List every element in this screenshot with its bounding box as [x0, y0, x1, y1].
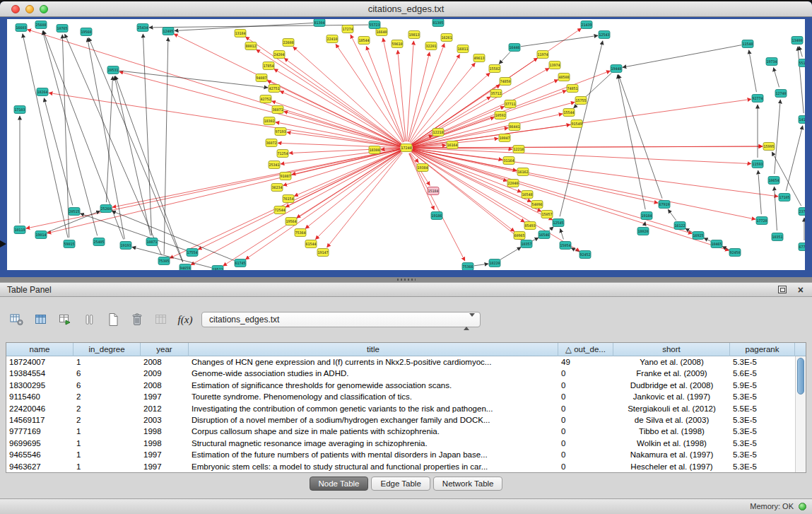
graph-node[interactable]: 10592	[495, 112, 506, 119]
float-panel-icon[interactable]	[778, 286, 787, 293]
graph-node[interactable]: 60965	[514, 232, 525, 240]
graph-node[interactable]: 17103	[14, 106, 25, 114]
graph-node[interactable]: 92774	[752, 95, 763, 103]
graph-node[interactable]: 14154	[799, 116, 805, 124]
graph-node[interactable]: 16603	[16, 24, 27, 32]
graph-node[interactable]: 25341	[269, 161, 280, 169]
graph-node[interactable]: 13974	[549, 62, 560, 69]
graph-node[interactable]: 59610	[392, 40, 403, 48]
graph-node[interactable]: 15582	[489, 65, 500, 73]
graph-node[interactable]: 15184	[428, 187, 439, 195]
graph-node[interactable]: 12405	[163, 28, 174, 35]
graph-node[interactable]: 25405	[93, 238, 105, 246]
graph-node[interactable]: 81304	[314, 19, 325, 27]
tab-network-table[interactable]: Network Table	[433, 477, 503, 491]
graph-node[interactable]: 12216	[513, 146, 524, 153]
graph-node[interactable]: 55104	[799, 59, 805, 67]
graph-node[interactable]: 85493	[524, 222, 536, 230]
graph-node[interactable]: 10119	[14, 226, 25, 234]
window-titlebar[interactable]: citations_edges.txt	[0, 1, 812, 17]
delete-icon[interactable]	[127, 310, 147, 329]
vertical-scrollbar[interactable]	[795, 356, 806, 472]
graph-node[interactable]: 10871	[146, 238, 158, 246]
column-header-short[interactable]: short	[613, 343, 730, 356]
graph-node[interactable]: 49613	[473, 54, 485, 62]
graph-node[interactable]: 17720	[756, 217, 767, 225]
column-header-name[interactable]: name	[6, 343, 73, 356]
graph-node[interactable]: 16164	[447, 141, 458, 149]
column-header-outde[interactable]: △ out_de...	[558, 343, 613, 356]
graph-node[interactable]: 94659	[180, 264, 191, 271]
graph-node[interactable]: 42752	[260, 95, 271, 103]
graph-node[interactable]: 75364	[295, 229, 306, 237]
graph-node[interactable]: 15054	[560, 242, 571, 250]
table-row[interactable]: 969969511998Structural magnetic resonanc…	[6, 438, 795, 449]
graph-node[interactable]: 15544	[563, 109, 575, 117]
table-row[interactable]: 1938455462009Genome-wide association stu…	[6, 368, 795, 379]
graph-node[interactable]: 42751	[269, 85, 280, 93]
graph-node[interactable]: 86441	[509, 123, 520, 131]
graph-node[interactable]: 67754	[799, 243, 805, 251]
graph-node[interactable]: 10765	[57, 25, 68, 33]
graph-node[interactable]: 15995	[763, 143, 775, 151]
graph-node[interactable]: 18020	[637, 228, 649, 235]
graph-node[interactable]: 36234	[271, 184, 283, 192]
graph-node[interactable]: 22410	[326, 35, 338, 43]
graph-node[interactable]: 22040	[507, 180, 519, 187]
graph-node[interactable]: 13184	[235, 30, 246, 37]
graph-node[interactable]: 97193	[275, 128, 286, 136]
graph-node[interactable]: 10357	[521, 240, 532, 248]
graph-node[interactable]: 18264	[37, 88, 48, 96]
table-row[interactable]: 911546021997Tourette syndrome. Phenomeno…	[6, 391, 795, 402]
graph-node[interactable]: 19734	[766, 58, 777, 66]
graph-node[interactable]: 25608	[35, 21, 47, 29]
graph-node[interactable]: 74850	[500, 78, 511, 86]
edit-columns-icon[interactable]	[55, 310, 75, 329]
graph-node[interactable]: 37711	[505, 100, 516, 108]
table-row[interactable]: 1456911722003Disruption of a novel membe…	[6, 414, 795, 426]
graph-node[interactable]: 16162	[517, 168, 529, 176]
graph-node[interactable]: 16122	[674, 222, 686, 230]
graph-node[interactable]: 18220	[489, 259, 500, 267]
graph-node[interactable]: 20531	[107, 66, 119, 74]
column-header-pagerank[interactable]: pagerank	[730, 343, 795, 356]
graph-node[interactable]: 54096	[531, 201, 543, 209]
graph-node[interactable]: 19186	[431, 212, 442, 220]
graph-node[interactable]: 16546	[539, 231, 550, 239]
graph-node[interactable]: 10465	[711, 240, 722, 248]
scrollbar-thumb[interactable]	[797, 358, 804, 395]
graph-node[interactable]: 19193	[120, 242, 131, 250]
graph-node[interactable]: 19564	[286, 218, 297, 226]
graph-node[interactable]: 19147	[317, 249, 329, 257]
graph-node[interactable]: 91087	[280, 173, 291, 180]
graph-node[interactable]: 11548	[742, 40, 753, 48]
panel-splitter[interactable]	[0, 277, 812, 282]
graph-node[interactable]: 20515	[69, 208, 80, 216]
graph-node[interactable]: 12545	[553, 219, 564, 227]
graph-node[interactable]: 19384	[417, 164, 428, 172]
graph-node[interactable]: 25434	[137, 24, 148, 32]
column-header-title[interactable]: title	[189, 343, 558, 356]
graph-node[interactable]: 61745	[235, 259, 246, 267]
graph-node[interactable]: 16640	[376, 28, 387, 36]
graph-node[interactable]: 11593	[752, 160, 763, 168]
graph-node[interactable]: 61544	[305, 240, 317, 248]
graph-node[interactable]: 80012	[245, 42, 257, 50]
graph-node[interactable]: 36072	[266, 139, 277, 147]
close-panel-icon[interactable]: ×	[798, 286, 804, 294]
graph-node[interactable]: 25260	[100, 205, 112, 213]
graph-node[interactable]: 72544	[274, 206, 286, 214]
table-row[interactable]: 1872400712008Changes of HCN gene express…	[6, 356, 795, 368]
column-header-year[interactable]: year	[141, 343, 189, 356]
graph-node[interactable]: 12218	[433, 129, 444, 136]
graph-node[interactable]: 19448	[611, 65, 622, 73]
graph-node[interactable]: 31164	[503, 157, 514, 165]
show-columns-icon[interactable]	[31, 310, 51, 329]
graph-node[interactable]: 48508	[558, 74, 570, 81]
graph-node[interactable]: 17554	[187, 249, 198, 257]
graph-node[interactable]: 11974	[537, 51, 548, 59]
table-options-icon[interactable]	[7, 310, 27, 329]
graph-node[interactable]: 10047	[499, 134, 510, 142]
graph-node[interactable]: 92452	[579, 251, 591, 259]
row-height-icon[interactable]	[79, 310, 99, 329]
